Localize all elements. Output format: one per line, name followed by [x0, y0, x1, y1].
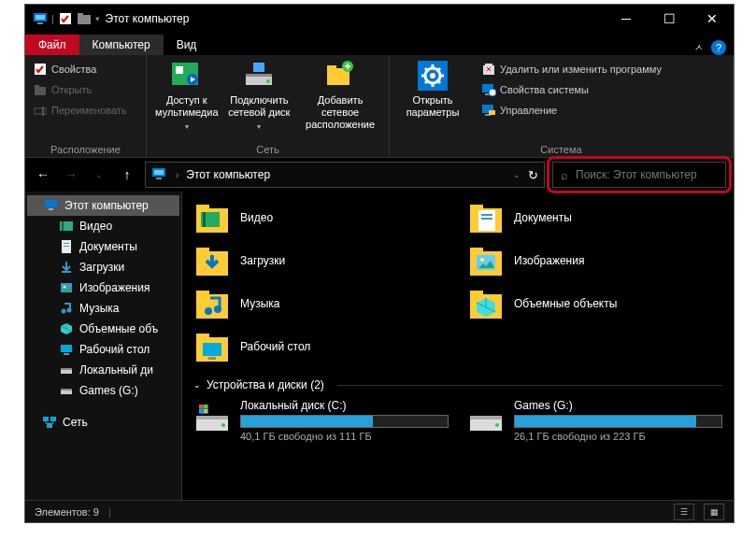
sidebar-item-videos[interactable]: Видео — [25, 216, 181, 236]
folder-documents-icon — [467, 199, 505, 236]
system-properties-button[interactable]: Свойства системы — [481, 79, 662, 100]
sidebar-item-network[interactable]: Сеть — [25, 412, 181, 433]
search-wrapper: ⌕ Поиск: Этот компьютер — [552, 162, 726, 188]
svg-rect-17 — [253, 63, 264, 72]
svg-rect-62 — [478, 210, 495, 231]
svg-rect-80 — [208, 357, 216, 360]
folder-documents[interactable]: Документы — [467, 199, 722, 236]
svg-rect-8 — [35, 85, 39, 88]
help-icon[interactable]: ? — [711, 40, 726, 55]
properties-button[interactable]: Свойства — [33, 59, 127, 79]
uninstall-icon — [481, 62, 496, 77]
search-input[interactable]: ⌕ Поиск: Этот компьютер — [552, 162, 726, 188]
svg-rect-61 — [470, 205, 483, 210]
sidebar-item-music[interactable]: Музыка — [25, 298, 181, 319]
refresh-button[interactable]: ↻ — [528, 168, 538, 182]
properties-quick-icon[interactable] — [58, 11, 73, 26]
address-field[interactable]: › Этот компьютер ⌄ ↻ — [145, 162, 545, 188]
sidebar-item-documents[interactable]: Документы — [25, 236, 181, 257]
manage-button[interactable]: Управление — [481, 100, 662, 121]
tab-computer[interactable]: Компьютер — [79, 35, 164, 55]
drive-g[interactable]: Games (G:) 26,1 ГБ свободно из 223 ГБ — [467, 399, 722, 442]
downloads-icon — [59, 260, 74, 275]
view-icons-button[interactable]: ▦ — [704, 504, 724, 520]
up-button[interactable]: ↑ — [117, 167, 137, 182]
maximize-button[interactable]: ☐ — [648, 5, 691, 33]
folder-videos[interactable]: Видео — [193, 199, 449, 236]
desktop-icon — [59, 342, 74, 357]
svg-point-46 — [67, 308, 72, 313]
folder-pictures-icon — [467, 242, 505, 279]
svg-rect-85 — [199, 405, 203, 408]
folder-pictures[interactable]: Изображения — [467, 242, 722, 279]
add-location-button[interactable]: Добавить сетевое расположение — [299, 59, 381, 142]
media-icon — [170, 59, 204, 92]
media-access-button[interactable]: Доступ к мультимедиа▾ — [154, 59, 220, 142]
svg-rect-4 — [78, 15, 91, 24]
folder-music[interactable]: Музыка — [193, 285, 449, 322]
cube-icon — [59, 321, 74, 336]
svg-point-91 — [495, 423, 499, 427]
search-icon: ⌕ — [561, 168, 568, 182]
svg-point-16 — [266, 79, 270, 83]
rename-button: Переименовать — [33, 100, 127, 121]
drive-usage-bar — [514, 415, 722, 428]
folder-downloads[interactable]: Загрузки — [193, 242, 449, 279]
group-label-location: Расположение — [33, 144, 138, 155]
drive-free-text: 26,1 ГБ свободно из 223 ГБ — [514, 431, 722, 442]
close-button[interactable]: ✕ — [691, 5, 734, 33]
new-folder-quick-icon[interactable] — [77, 11, 92, 26]
svg-rect-10 — [42, 107, 44, 116]
svg-rect-48 — [64, 353, 69, 355]
svg-rect-7 — [35, 87, 46, 95]
sidebar-item-downloads[interactable]: Загрузки — [25, 257, 181, 277]
tab-view[interactable]: Вид — [164, 35, 210, 55]
view-details-button[interactable]: ☰ — [674, 504, 694, 520]
chevron-down-icon: ⌄ — [193, 380, 201, 390]
svg-rect-50 — [61, 368, 72, 370]
sidebar-item-desktop[interactable]: Рабочий стол — [25, 339, 181, 360]
drives-header[interactable]: ⌄ Устройства и диски (2) — [193, 378, 722, 391]
address-bar: ← → ⌄ ↑ › Этот компьютер ⌄ ↻ ⌕ Поиск: Эт… — [25, 158, 734, 192]
drive-label: Локальный диск (C:) — [240, 399, 449, 412]
folder-video-icon — [193, 199, 231, 236]
tab-file[interactable]: Файл — [25, 35, 79, 55]
back-button[interactable]: ← — [33, 167, 53, 182]
documents-icon — [59, 239, 74, 254]
svg-rect-52 — [61, 389, 72, 391]
drive-c[interactable]: Локальный диск (C:) 40,1 ГБ свободно из … — [193, 399, 449, 442]
svg-rect-9 — [35, 108, 46, 114]
drive-label: Games (G:) — [514, 399, 722, 412]
sidebar[interactable]: Этот компьютер Видео Документы Загрузки … — [25, 192, 182, 500]
folders-grid: Видео Документы Загрузки Изображения Муз… — [193, 199, 722, 365]
recent-dropdown[interactable]: ⌄ — [89, 170, 109, 179]
uninstall-button[interactable]: Удалить или изменить программу — [481, 59, 662, 79]
titlebar[interactable]: | ▾ Этот компьютер ─ ☐ ✕ — [25, 5, 734, 33]
collapse-ribbon-icon[interactable]: ㅅ — [694, 41, 704, 54]
svg-rect-63 — [481, 214, 492, 216]
explorer-window: | ▾ Этот компьютер ─ ☐ ✕ Файл Компьютер … — [24, 4, 735, 523]
minimize-button[interactable]: ─ — [605, 5, 648, 33]
sidebar-item-games-drive[interactable]: Games (G:) — [25, 380, 181, 401]
open-icon — [33, 82, 48, 97]
music-icon — [59, 301, 74, 316]
chevron-right-icon[interactable]: › — [176, 170, 178, 180]
open-settings-button[interactable]: Открыть параметры — [397, 59, 468, 142]
svg-rect-2 — [37, 22, 43, 24]
dropdown-icon[interactable]: ▾ — [95, 14, 100, 23]
pc-icon — [151, 166, 168, 183]
svg-rect-72 — [196, 291, 209, 296]
svg-rect-15 — [246, 74, 272, 77]
sidebar-item-pictures[interactable]: Изображения — [25, 277, 181, 298]
sidebar-item-local-disk[interactable]: Локальный ди — [25, 360, 181, 380]
main-panel[interactable]: Видео Документы Загрузки Изображения Муз… — [182, 192, 734, 500]
open-button: Открыть — [33, 79, 127, 100]
address-dropdown-icon[interactable]: ⌄ — [513, 170, 521, 179]
folder-desktop[interactable]: Рабочий стол — [193, 328, 449, 365]
svg-rect-35 — [45, 200, 57, 207]
map-drive-button[interactable]: Подключить сетевой диск▾ — [227, 59, 292, 142]
forward-button[interactable]: → — [61, 167, 81, 182]
sidebar-item-this-pc[interactable]: Этот компьютер — [27, 195, 179, 216]
sidebar-item-3d[interactable]: Объемные объ — [25, 319, 181, 339]
folder-3d[interactable]: Объемные объекты — [467, 285, 722, 322]
